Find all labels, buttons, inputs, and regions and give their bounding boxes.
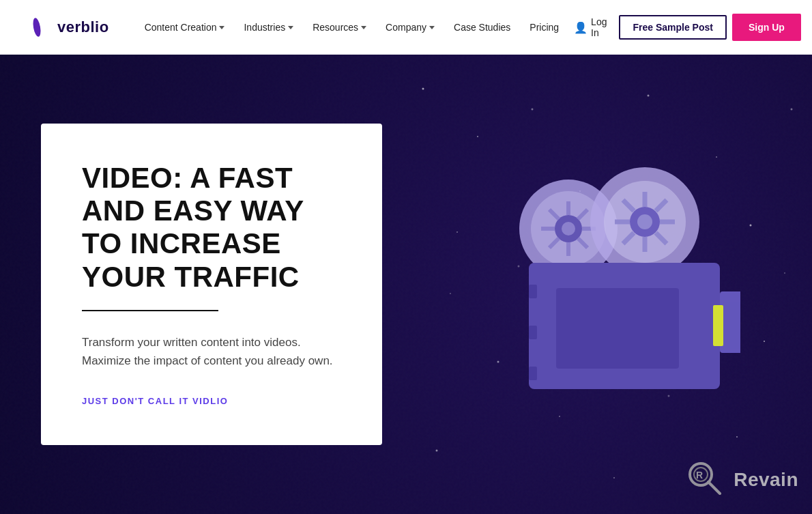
- hero-title: VIDEO: A FAST AND EASY WAY TO INCREASE Y…: [82, 162, 341, 294]
- nav-resources[interactable]: Resources: [304, 18, 375, 37]
- chevron-down-icon: [429, 26, 435, 29]
- revain-icon: R: [686, 459, 727, 500]
- svg-rect-51: [529, 367, 537, 380]
- svg-point-25: [562, 222, 575, 235]
- hero-right-panel: [409, 55, 812, 514]
- hero-section: VIDEO: A FAST AND EASY WAY TO INCREASE Y…: [0, 55, 812, 514]
- revain-text: Revain: [734, 469, 798, 491]
- svg-rect-53: [713, 305, 723, 346]
- hero-description: Transform your written content into vide…: [82, 333, 341, 370]
- hero-left-panel: VIDEO: A FAST AND EASY WAY TO INCREASE Y…: [0, 55, 409, 514]
- svg-rect-54: [723, 302, 740, 349]
- chevron-down-icon: [219, 26, 224, 29]
- camera-illustration: [481, 155, 740, 414]
- logo[interactable]: verblio: [22, 12, 109, 42]
- hero-card: VIDEO: A FAST AND EASY WAY TO INCREASE Y…: [41, 124, 382, 446]
- main-nav: Content Creation Industries Resources Co…: [136, 18, 567, 37]
- camera-svg: [481, 155, 740, 414]
- logo-icon: [22, 12, 52, 42]
- revain-watermark: R Revain: [686, 459, 798, 500]
- nav-pricing[interactable]: Pricing: [521, 18, 567, 37]
- nav-case-studies[interactable]: Case Studies: [446, 18, 519, 37]
- header-actions: 👤 Log In Free Sample Post Sign Up: [567, 12, 801, 42]
- svg-rect-50: [529, 326, 537, 339]
- header: verblio Content Creation Industries Reso…: [0, 0, 812, 55]
- nav-company[interactable]: Company: [377, 18, 443, 37]
- nav-content-creation[interactable]: Content Creation: [136, 18, 233, 37]
- signup-button[interactable]: Sign Up: [732, 14, 801, 41]
- free-sample-button[interactable]: Free Sample Post: [619, 15, 727, 40]
- chevron-down-icon: [361, 26, 366, 29]
- logo-text: verblio: [57, 18, 109, 36]
- nav-industries[interactable]: Industries: [235, 18, 302, 37]
- svg-rect-48: [556, 288, 679, 369]
- chevron-down-icon: [288, 26, 293, 29]
- user-icon: 👤: [574, 21, 588, 34]
- svg-text:R: R: [696, 470, 703, 481]
- svg-line-57: [708, 482, 720, 494]
- hero-divider: [82, 310, 218, 311]
- svg-point-37: [637, 214, 652, 229]
- hero-cta-link[interactable]: JUST DON'T CALL IT VIDLIO: [82, 396, 228, 406]
- svg-rect-49: [529, 285, 537, 298]
- login-button[interactable]: 👤 Log In: [567, 12, 613, 42]
